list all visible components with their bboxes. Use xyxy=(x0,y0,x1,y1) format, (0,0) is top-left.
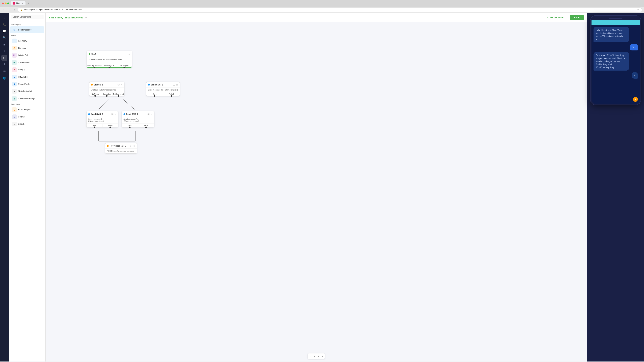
component-initiate-call[interactable]: ☏ Initiate Call xyxy=(10,52,44,59)
url-text: console.plivo.com/phlo/963533af-7955-4bd… xyxy=(24,8,82,11)
flow-canvas[interactable]: Start ⓘ PHLO Execution will start from t… xyxy=(46,22,587,362)
component-call-forward[interactable]: ↷ Call Forward xyxy=(10,59,44,66)
ivr-menu-icon: ⚏ xyxy=(12,38,17,43)
branch-node-body: Evaluate {{Start.message.msg}} xyxy=(90,87,124,92)
browser-tab[interactable]: Plivo ✕ xyxy=(10,1,26,5)
bookmark-icon[interactable]: ☆ xyxy=(637,8,640,11)
port-dot-failed-1 xyxy=(170,95,172,97)
send-sms-2-node[interactable]: Send SMS_2 ⓘ ✕ Send message To: {{Start.… xyxy=(122,111,154,127)
new-tab-btn[interactable]: + xyxy=(27,1,30,5)
section-title-voice: Voice xyxy=(9,33,46,37)
component-multi-party-call[interactable]: ⊗ Multi-Party Call xyxy=(10,88,44,95)
sidebar-icon-globe[interactable]: 🌐 xyxy=(1,75,8,81)
branch-node[interactable]: Branch_1 ⓘ ✕ Evaluate {{Start.message.ms… xyxy=(89,82,124,96)
start-node[interactable]: Start ⓘ PHLO Execution will start from t… xyxy=(87,51,132,68)
edit-phlo-name-icon[interactable]: ✏ xyxy=(85,16,87,19)
send-sms-1-dot xyxy=(148,84,150,86)
chat-message-1: Yes xyxy=(630,44,638,50)
chat-message-2: On a scale of 1 to 10, how likely are yo… xyxy=(594,52,629,70)
copy-phlo-url-btn[interactable]: COPY PHLO URL xyxy=(544,15,568,20)
sidebar-icon-message[interactable]: 💬 xyxy=(1,28,8,34)
http-request-icon: ⬡ xyxy=(12,107,17,112)
send-sms-3-ports: Sent Failed xyxy=(86,123,118,127)
port-dot-sent-2 xyxy=(129,126,131,128)
top-bar-actions: COPY PHLO URL SAVE xyxy=(544,15,584,20)
port-no-match: No Match xyxy=(90,92,101,96)
http-request-1-body: POST https://www.example.com/ xyxy=(105,149,137,153)
component-play-audio[interactable]: ▶ Play Audio xyxy=(10,73,44,80)
component-conference-bridge[interactable]: ⊞ Conference Bridge xyxy=(10,95,44,102)
back-btn[interactable]: ← xyxy=(2,8,6,11)
section-title-messaging: Messaging xyxy=(9,22,46,26)
http-request-1-node[interactable]: HTTP Request_1 ⓘ ✕ POST https://www.exam… xyxy=(105,143,137,153)
play-audio-icon: ▶ xyxy=(12,75,17,79)
sidebar-icon-help[interactable]: ? xyxy=(1,61,8,67)
send-sms-1-close-icon[interactable]: ✕ xyxy=(176,84,178,86)
branch-node-dot xyxy=(91,84,93,86)
phone-panel: Hello Mike, this is Plivo. Would you lik… xyxy=(587,13,644,362)
send-sms-1-info-icon[interactable]: ⓘ xyxy=(173,83,175,86)
sidebar-icon-mail[interactable]: ✉ xyxy=(1,68,8,74)
top-bar: SMS survey_5bc388ddea4dd ✏ COPY PHLO URL… xyxy=(46,13,587,22)
search-input[interactable] xyxy=(11,14,44,19)
start-node-info-icon[interactable]: ⓘ xyxy=(128,52,130,55)
save-btn[interactable]: SAVE xyxy=(570,15,584,20)
component-hangup[interactable]: ✕ Hangup xyxy=(10,66,44,73)
phone-screen: Hello Mike, this is Plivo. Would you lik… xyxy=(592,20,640,104)
sidebar-icon-phone[interactable]: 📞 xyxy=(1,21,8,27)
port-sent-1: Sent xyxy=(146,92,163,96)
section-title-functions: Functions xyxy=(9,102,46,106)
send-sms-3-info-icon[interactable]: ⓘ xyxy=(111,113,114,116)
branch-node-ports: No Match Subscribed Not Interested xyxy=(90,92,124,96)
send-sms-2-info-icon[interactable]: ⓘ xyxy=(148,113,150,116)
fullscreen-traffic-light[interactable] xyxy=(8,2,9,4)
http-request-1-close-icon[interactable]: ✕ xyxy=(133,145,135,147)
play-audio-label: Play Audio xyxy=(18,76,28,78)
component-http-request[interactable]: ⬡ HTTP Request xyxy=(10,106,44,113)
components-panel: Messaging ✉ Send Message Voice ⚏ IVR Men… xyxy=(9,13,46,362)
canvas-nav-up[interactable]: ∧ xyxy=(312,354,316,358)
tab-title: Plivo xyxy=(16,2,20,4)
component-ivr-menu[interactable]: ⚏ IVR Menu xyxy=(10,37,44,44)
port-dot-failed-2 xyxy=(146,126,147,128)
close-traffic-light[interactable] xyxy=(2,2,4,4)
send-sms-3-body: Send message To: {{Start...sage.from}} xyxy=(86,117,118,123)
send-sms-2-close-icon[interactable]: ✕ xyxy=(150,113,152,115)
tab-close-btn[interactable]: ✕ xyxy=(22,2,24,4)
canvas-nav-left[interactable]: ‹ xyxy=(309,354,312,358)
conference-bridge-label: Conference Bridge xyxy=(18,97,35,100)
get-input-label: Get Input xyxy=(18,47,26,49)
send-sms-1-header: Send SMS_1 ⓘ ✕ xyxy=(146,82,180,87)
sidebar-icon-search[interactable]: 🔍 xyxy=(1,35,8,41)
counter-icon: ⊟ xyxy=(12,114,17,119)
branch-node-info-icon[interactable]: ⓘ xyxy=(118,83,120,86)
refresh-btn[interactable]: ↻ xyxy=(13,8,16,11)
send-sms-3-title: Send SMS_3 xyxy=(91,113,110,115)
component-send-message[interactable]: ✉ Send Message xyxy=(10,26,44,33)
minimize-traffic-light[interactable] xyxy=(5,2,6,4)
component-record-audio[interactable]: ⏺ Record Audio xyxy=(10,81,44,88)
phone-notch xyxy=(592,16,640,20)
sidebar-icon-home[interactable]: ⌂ xyxy=(1,14,8,21)
component-get-input[interactable]: ◎ Get Input xyxy=(10,44,44,52)
start-node-header: Start ⓘ xyxy=(87,51,132,57)
components-list: Messaging ✉ Send Message Voice ⚏ IVR Men… xyxy=(9,21,46,362)
canvas-nav-right[interactable]: › xyxy=(321,354,324,358)
start-node-body: PHLO Execution will start from this node xyxy=(87,57,132,64)
sidebar-icon-plus[interactable]: + xyxy=(1,48,8,54)
send-sms-1-node[interactable]: Send SMS_1 ⓘ ✕ Send message To: {{Start.… xyxy=(146,82,180,96)
component-branch[interactable]: ⑂ Branch xyxy=(10,120,44,128)
sidebar-icon-grid[interactable]: ⊞ xyxy=(1,41,8,47)
forward-btn[interactable]: → xyxy=(8,8,12,11)
sidebar-icon-flow[interactable]: ⬡ xyxy=(1,55,8,61)
send-sms-3-close-icon[interactable]: ✕ xyxy=(114,113,116,115)
phone-header-bar xyxy=(592,20,640,25)
svg-line-4 xyxy=(123,99,134,109)
send-sms-3-node[interactable]: Send SMS_3 ⓘ ✕ Send message To: {{Start.… xyxy=(86,111,118,127)
http-request-1-info-icon[interactable]: ⓘ xyxy=(130,144,132,147)
address-bar[interactable]: 🔒 console.plivo.com/phlo/963533af-7955-4… xyxy=(18,7,642,12)
chat-container: Hello Mike, this is Plivo. Would you lik… xyxy=(592,25,640,81)
component-counter[interactable]: ⊟ Counter xyxy=(10,113,44,120)
canvas-nav-down[interactable]: ∨ xyxy=(317,354,320,358)
branch-node-close-icon[interactable]: ✕ xyxy=(121,84,122,86)
